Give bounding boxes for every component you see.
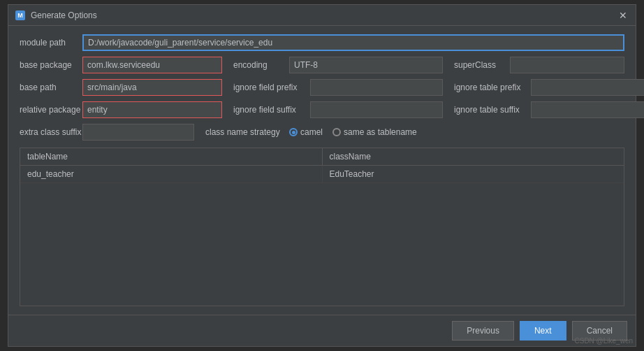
radio-same-circle	[332, 128, 341, 136]
close-button[interactable]: ✕	[617, 10, 629, 21]
dialog-title: Generate Options	[31, 10, 97, 20]
ignore-field-suffix-label: ignore field suffix	[233, 105, 310, 115]
base-path-label: base path	[20, 83, 82, 92]
module-path-label: module path	[20, 38, 82, 48]
row2: base path ignore field prefix ignore tab…	[20, 79, 624, 96]
dialog-footer: Previous Next Cancel	[8, 315, 636, 346]
col2-ignore-field-suffix: ignore field suffix	[222, 101, 443, 118]
col2-ignore-field-prefix: ignore field prefix	[222, 79, 443, 96]
table-col1-header: tableName	[20, 148, 323, 165]
radio-camel-label: camel	[300, 127, 323, 137]
row4: extra class suffix class name strategy c…	[20, 124, 624, 141]
relative-package-label: relative package	[20, 105, 82, 115]
ignore-table-prefix-input[interactable]	[531, 79, 644, 96]
base-package-input[interactable]	[82, 57, 222, 73]
class-strategy-area: class name strategy camel same as tablen…	[205, 127, 624, 137]
radio-group: camel same as tablename	[289, 127, 417, 137]
dialog-content: module path base package encoding superC…	[8, 26, 636, 315]
ignore-table-prefix-label: ignore table prefix	[454, 83, 531, 92]
next-button[interactable]: Next	[520, 321, 566, 341]
extra-class-suffix-input[interactable]	[82, 124, 194, 141]
title-bar: M Generate Options ✕	[8, 5, 636, 26]
row3: relative package ignore field suffix ign…	[20, 101, 624, 118]
col3-ignore-table-prefix: ignore table prefix	[443, 79, 624, 96]
radio-camel[interactable]: camel	[289, 127, 323, 137]
ignore-field-prefix-label: ignore field prefix	[233, 83, 310, 92]
col1-base-package: base package	[20, 57, 222, 73]
encoding-label: encoding	[233, 60, 289, 70]
col1-base-path: base path	[20, 79, 222, 96]
radio-camel-circle	[289, 128, 298, 136]
encoding-input[interactable]	[289, 57, 443, 73]
base-path-input[interactable]	[82, 79, 222, 96]
super-class-label: superClass	[454, 60, 510, 70]
module-path-input[interactable]	[82, 34, 624, 51]
extra-class-suffix-label: extra class suffix	[20, 127, 82, 137]
radio-same-label: same as tablename	[344, 127, 417, 137]
table-row[interactable]: edu_teacher EduTeacher	[20, 166, 624, 183]
super-class-input[interactable]	[510, 57, 624, 73]
table-cell-tablename: edu_teacher	[20, 166, 323, 182]
ignore-field-suffix-input[interactable]	[310, 101, 443, 118]
table-cell-classname: EduTeacher	[323, 166, 624, 182]
generate-options-dialog: M Generate Options ✕ module path base pa…	[8, 4, 636, 347]
previous-button[interactable]: Previous	[452, 321, 514, 341]
ignore-table-suffix-label: ignore table suffix	[454, 105, 531, 115]
watermark: CSDN @Like_wen	[574, 337, 633, 345]
table-area: tableName className edu_teacher EduTeach…	[20, 148, 624, 306]
table-col2-header: className	[323, 148, 624, 165]
radio-same[interactable]: same as tablename	[332, 127, 417, 137]
base-package-label: base package	[20, 60, 82, 70]
col1-relative-package: relative package	[20, 101, 222, 118]
module-path-row: module path	[20, 34, 624, 51]
dialog-icon: M	[15, 10, 25, 20]
col3-ignore-table-suffix: ignore table suffix	[443, 101, 624, 118]
title-bar-left: M Generate Options	[15, 10, 97, 20]
ignore-table-suffix-input[interactable]	[531, 101, 644, 118]
col3-super-class: superClass	[443, 57, 624, 73]
ignore-field-prefix-input[interactable]	[310, 79, 443, 96]
table-header: tableName className	[20, 148, 624, 166]
class-name-strategy-label: class name strategy	[205, 127, 289, 137]
row1: base package encoding superClass	[20, 57, 624, 73]
col2-encoding: encoding	[222, 57, 443, 73]
relative-package-input[interactable]	[82, 101, 222, 118]
